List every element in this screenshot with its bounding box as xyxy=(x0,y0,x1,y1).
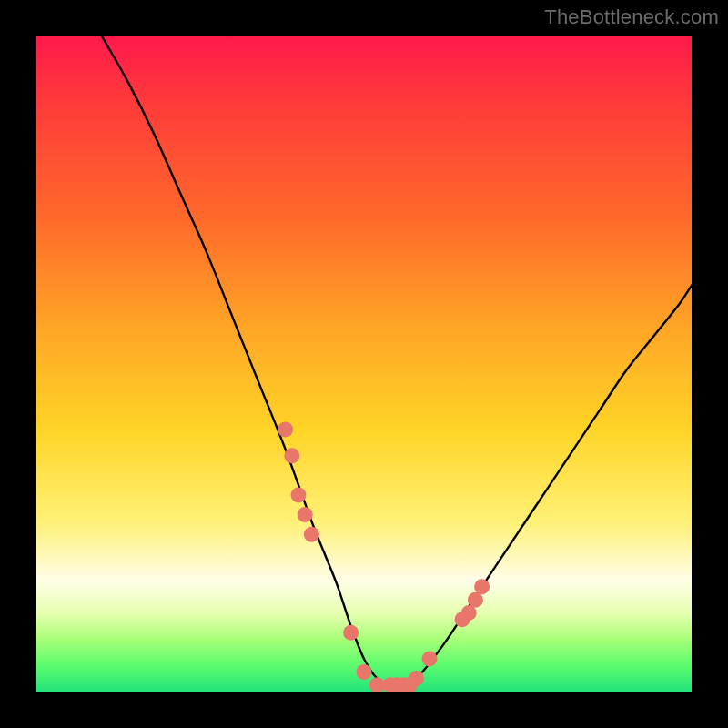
highlight-dots-group xyxy=(278,422,490,693)
highlight-dot xyxy=(284,448,299,463)
bottleneck-curve-line xyxy=(102,36,692,686)
watermark-text: TheBottleneck.com xyxy=(544,5,719,29)
highlight-dot xyxy=(461,605,477,621)
chart-svg xyxy=(36,36,692,692)
highlight-dot xyxy=(474,579,490,594)
highlight-dot xyxy=(422,652,438,667)
plot-area xyxy=(36,36,692,692)
highlight-dot xyxy=(468,592,483,608)
highlight-dot xyxy=(357,664,372,680)
highlight-dot xyxy=(298,507,313,522)
chart-frame: TheBottleneck.com xyxy=(0,0,728,728)
highlight-dot xyxy=(304,527,319,542)
highlight-dot xyxy=(278,422,293,438)
highlight-dot xyxy=(409,671,424,686)
highlight-dot xyxy=(343,625,359,641)
highlight-dot xyxy=(291,488,307,503)
